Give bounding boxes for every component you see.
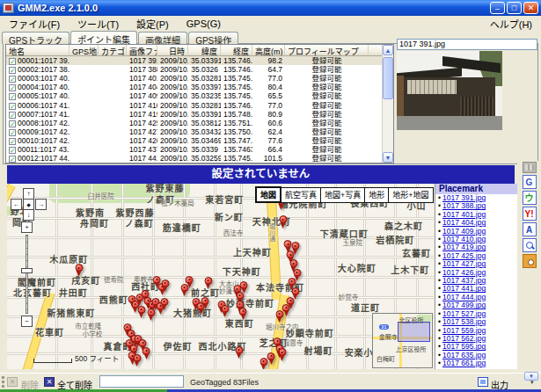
zoom-in-button[interactable]	[21, 221, 33, 233]
map-marker-pin[interactable]	[267, 352, 275, 360]
zoom-slider-track[interactable]	[26, 235, 28, 314]
column-header[interactable]: 経度	[221, 45, 252, 56]
overview-inset-map[interactable]: 31 北区役所金閣寺上京区役所白梅町	[372, 313, 433, 368]
column-header[interactable]: 緯度	[188, 45, 221, 56]
map-marker-pin[interactable]	[180, 284, 188, 292]
row-checkbox[interactable]: ✓	[9, 112, 16, 119]
filter-input[interactable]	[99, 375, 184, 388]
column-header[interactable]: GPS地名	[69, 45, 99, 56]
row-checkbox[interactable]: ✓	[9, 67, 16, 74]
photo-view-icon[interactable]	[523, 254, 537, 268]
menu-item[interactable]: ツール(T)	[77, 17, 119, 31]
scrollbar-thumb[interactable]	[383, 57, 393, 99]
row-checkbox[interactable]: ✓	[9, 156, 16, 163]
google-maps-icon[interactable]: G	[523, 175, 537, 189]
table-row[interactable]: ✓00007:1017 41...1017 419.j...2009/10...…	[6, 110, 393, 119]
scroll-up-icon[interactable]	[383, 45, 393, 55]
app-thumbnail-icon[interactable]	[523, 162, 537, 173]
row-checkbox[interactable]: ✓	[9, 58, 16, 65]
column-header[interactable]: 画像ファ...	[127, 45, 157, 56]
maximize-button[interactable]	[507, 2, 522, 14]
table-row[interactable]: ✓00008:1017 42...1017 425.j...2009/10...…	[6, 119, 393, 127]
menu-item[interactable]: GPS(G)	[186, 18, 221, 29]
map-type-button-地図[interactable]: 地図	[255, 186, 281, 203]
row-checkbox[interactable]: ✓	[9, 76, 16, 83]
row-checkbox[interactable]: ✓	[9, 147, 16, 154]
map-type-button-航空写真[interactable]: 航空写真	[281, 187, 321, 203]
table-row[interactable]: ✓00012:1017 44...1017 441.j...2009/10...…	[6, 154, 393, 163]
preview-photo[interactable]	[397, 51, 502, 130]
row-checkbox[interactable]: ✓	[9, 93, 16, 100]
map-type-button-地図+写真[interactable]: 地図+写真	[320, 187, 365, 203]
table-row[interactable]: ✓00003:1017 40...1017 401.j...2009/10...…	[6, 74, 393, 83]
map-marker-pin[interactable]	[240, 281, 248, 289]
column-header[interactable]: カテゴリ	[99, 45, 127, 56]
map-marker-pin[interactable]	[204, 277, 212, 285]
map-marker-pin[interactable]	[201, 297, 209, 305]
table-row[interactable]: ✓00006:1017 41...1017 410.j...2009/10...…	[6, 100, 393, 109]
zoom-slider-handle[interactable]	[21, 268, 33, 273]
pan-right-button[interactable]	[35, 199, 47, 210]
minimize-button[interactable]	[490, 2, 505, 14]
map-marker-pin[interactable]	[235, 346, 243, 354]
goo-maps-icon[interactable]: ウ	[523, 191, 537, 205]
table-row[interactable]: ✓00011:1017 43...1017 437.j...2009/10...…	[6, 145, 393, 154]
scroll-down-icon[interactable]	[383, 152, 393, 163]
table-row[interactable]: ✓00005:1017 40...1017 409.j...2009/10...…	[6, 91, 393, 100]
map-marker-pin[interactable]	[288, 278, 296, 286]
map-marker-pin[interactable]	[186, 276, 194, 284]
map-marker-pin[interactable]	[161, 279, 169, 287]
menu-item-help[interactable]: ヘルプ(H)	[490, 17, 532, 31]
tab-GPS操作[interactable]: GPS操作	[188, 32, 238, 44]
map-marker-pin[interactable]	[287, 250, 295, 258]
map-marker-pin[interactable]	[284, 240, 292, 248]
magnifier-icon[interactable]	[523, 238, 537, 252]
pan-down-button[interactable]	[23, 209, 34, 221]
tab-GPSトラック[interactable]: GPSトラック	[2, 32, 69, 44]
map-marker-pin[interactable]	[147, 309, 155, 316]
map-marker-pin[interactable]	[260, 358, 267, 366]
menu-item[interactable]: ファイル(F)	[9, 17, 60, 31]
close-button[interactable]	[523, 2, 538, 14]
map-marker-pin[interactable]	[239, 308, 247, 316]
map-marker-pin[interactable]	[291, 287, 299, 295]
map-marker-pin[interactable]	[137, 306, 145, 314]
map-marker-pin[interactable]	[291, 242, 299, 250]
map-marker-pin[interactable]	[282, 304, 290, 312]
tab-ポイント編集[interactable]: ポイント編集	[70, 31, 137, 44]
delete-all-icon[interactable]	[44, 377, 55, 387]
table-row[interactable]: ✓00009:1017 42...1017 427.j...2009/10...…	[6, 127, 393, 136]
placemark-link[interactable]: 1017 661.jpg	[442, 359, 486, 367]
table-row[interactable]: ✓00004:1017 40...1017 404.j...2009/10...…	[6, 83, 393, 91]
map-marker-pin[interactable]	[75, 264, 83, 272]
map-marker-pin[interactable]	[293, 269, 301, 277]
row-checkbox[interactable]: ✓	[9, 120, 16, 127]
map-canvas[interactable]: 臼井医院紫野東藤ノ森町東若宮町紫野南舟岡町紫野西藤ノ森町松ノ木薬局新ン町筋違橋町…	[7, 184, 434, 369]
map-marker-pin[interactable]	[143, 347, 150, 355]
column-header[interactable]: 地名	[6, 45, 69, 56]
column-header[interactable]: 日時	[157, 45, 188, 56]
row-checkbox[interactable]: ✓	[9, 138, 16, 145]
map-marker-pin[interactable]	[289, 259, 297, 267]
table-row[interactable]: ✓00002:1017 38...1017 388.j...2009/10...…	[6, 65, 393, 74]
table-row[interactable]: ✓00001:1017 39...1017 391.j...2009/10...…	[6, 56, 393, 65]
map-marker-pin[interactable]	[279, 215, 287, 223]
map-marker-pin[interactable]	[160, 298, 168, 306]
inset-viewport-rect[interactable]	[398, 322, 430, 342]
row-checkbox[interactable]: ✓	[9, 84, 16, 91]
mapion-maps-icon[interactable]: A	[523, 222, 537, 236]
map-marker-pin[interactable]	[275, 310, 283, 318]
column-header[interactable]: 高度(m)	[252, 45, 285, 56]
map-marker-pin[interactable]	[133, 354, 141, 362]
map-marker-pin[interactable]	[139, 339, 147, 347]
row-checkbox[interactable]: ✓	[9, 129, 16, 136]
menu-item[interactable]: 設定(P)	[136, 17, 169, 31]
output-icon[interactable]	[478, 377, 488, 387]
table-scrollbar[interactable]	[382, 45, 393, 163]
map-type-button-地形[interactable]: 地形	[364, 187, 389, 203]
pan-left-button[interactable]	[11, 199, 22, 210]
map-marker-pin[interactable]	[278, 348, 286, 356]
map-type-button-地形+地図[interactable]: 地形+地図	[388, 187, 433, 203]
zoom-out-button[interactable]	[21, 316, 33, 327]
chevron-down-icon[interactable]	[524, 372, 538, 381]
